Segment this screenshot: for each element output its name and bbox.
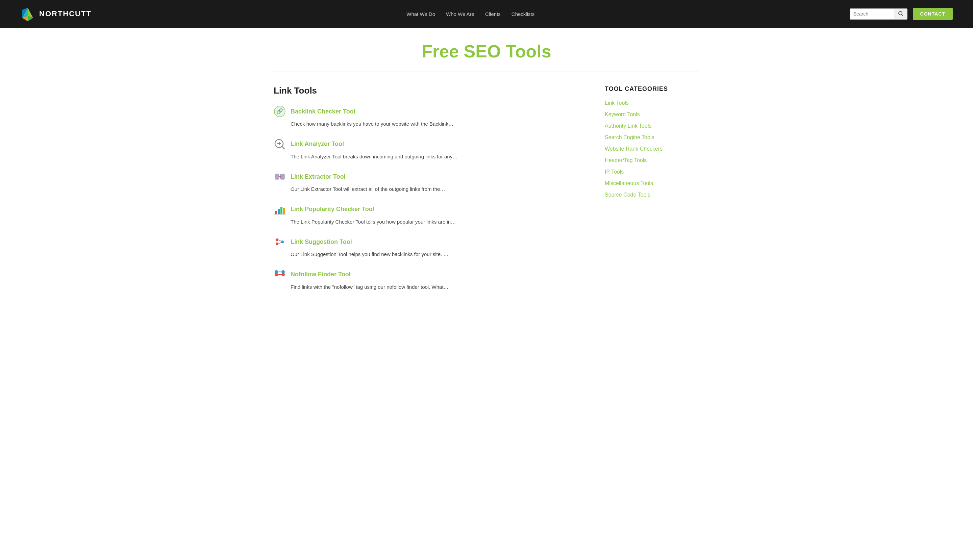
sidebar-title: TOOL CATEGORIES (605, 85, 699, 93)
tool-link-nofollow[interactable]: Nofollow Finder Tool (290, 271, 350, 278)
svg-rect-19 (283, 208, 285, 214)
sidebar-link-search-engine-tools[interactable]: Search Engine Tools (605, 135, 654, 140)
tool-icon-popularity (274, 203, 286, 215)
logo-icon (20, 7, 35, 21)
sidebar-categories: Link Tools Keyword Tools Authority Link … (605, 100, 699, 198)
sidebar-link-website-rank-checkers[interactable]: Website Rank Checkers (605, 146, 663, 152)
tool-link-analyzer[interactable]: Link Analyzer Tool (290, 140, 344, 148)
tool-item: Link Popularity Checker Tool The Link Po… (274, 203, 584, 226)
tool-link-extractor[interactable]: Link Extractor Tool (290, 173, 345, 180)
page-title: Free SEO Tools (274, 41, 699, 62)
logo-area[interactable]: NORTHCUTT (20, 7, 92, 21)
sidebar-link-miscellaneous-tools[interactable]: Miscellaneous Tools (605, 180, 653, 186)
nav-clients[interactable]: Clients (485, 11, 501, 17)
tool-item: Link Extractor Tool Our Link Extractor T… (274, 170, 584, 193)
tool-icon-extractor (274, 170, 286, 183)
svg-line-25 (279, 243, 281, 244)
sidebar-link-source-code-tools[interactable]: Source Code Tools (605, 192, 650, 198)
tool-link-backlink[interactable]: Backlink Checker Tool (290, 108, 355, 115)
tool-icon-nofollow (274, 268, 286, 281)
svg-rect-12 (275, 174, 279, 179)
sidebar-item: IP Tools (605, 169, 699, 175)
nav-what-we-do[interactable]: What We Do (406, 11, 435, 17)
svg-point-22 (276, 243, 279, 245)
svg-point-29 (275, 270, 278, 273)
tool-item: Nofollow Finder Tool Find links with the… (274, 268, 584, 291)
svg-line-9 (282, 147, 284, 149)
sidebar-item: Keyword Tools (605, 112, 699, 118)
nav-who-we-are[interactable]: Who We Are (446, 11, 474, 17)
svg-point-23 (281, 240, 284, 243)
svg-text:🔗: 🔗 (276, 108, 283, 115)
section-title: Link Tools (274, 85, 584, 96)
tool-desc-popularity: The Link Popularity Checker Tool tells y… (274, 218, 584, 226)
svg-point-30 (281, 270, 285, 273)
main-nav: What We Do Who We Are Clients Checklists (406, 11, 534, 17)
sidebar-item: Website Rank Checkers (605, 146, 699, 152)
sidebar-link-authority-link-tools[interactable]: Authority Link Tools (605, 123, 651, 129)
search-button[interactable] (894, 9, 907, 19)
contact-button[interactable]: CONTACT (913, 8, 953, 20)
tool-desc-backlink: Check how many backlinks you have to you… (274, 120, 584, 128)
sidebar-item: Link Tools (605, 100, 699, 106)
tool-link-popularity[interactable]: Link Popularity Checker Tool (290, 206, 374, 213)
sidebar-item: Search Engine Tools (605, 135, 699, 140)
svg-rect-18 (280, 207, 282, 214)
tool-desc-suggestion: Our Link Suggestion Tool helps you find … (274, 251, 584, 258)
tool-desc-nofollow: Find links with the "nofollow" tag using… (274, 283, 584, 291)
search-box (849, 8, 908, 20)
sidebar: TOOL CATEGORIES Link Tools Keyword Tools… (605, 85, 699, 301)
nav-checklists[interactable]: Checklists (511, 11, 534, 17)
sidebar-link-ip-tools[interactable]: IP Tools (605, 169, 624, 175)
search-input[interactable] (850, 9, 894, 18)
sidebar-item: Source Code Tools (605, 192, 699, 198)
sidebar-link-keyword-tools[interactable]: Keyword Tools (605, 112, 640, 117)
tool-item: 🔗 Backlink Checker Tool Check how many b… (274, 105, 584, 128)
svg-rect-17 (278, 209, 280, 214)
tool-icon-suggestion (274, 236, 286, 248)
main-content: Link Tools 🔗 Backlink Checker Tool Check… (274, 85, 584, 301)
svg-line-5 (902, 15, 903, 15)
tool-link-suggestion[interactable]: Link Suggestion Tool (290, 238, 352, 245)
sidebar-item: Header/Tag Tools (605, 157, 699, 163)
tool-desc-extractor: Our Link Extractor Tool will extract all… (274, 185, 584, 193)
sidebar-item: Miscellaneous Tools (605, 180, 699, 187)
tool-item: Link Analyzer Tool The Link Analyzer Too… (274, 138, 584, 161)
svg-rect-16 (275, 211, 277, 214)
svg-point-21 (276, 238, 279, 241)
tool-item: Link Suggestion Tool Our Link Suggestion… (274, 236, 584, 258)
section-divider (274, 72, 699, 72)
sidebar-link-link-tools[interactable]: Link Tools (605, 100, 629, 106)
sidebar-item: Authority Link Tools (605, 123, 699, 129)
tool-icon-analyzer (274, 138, 286, 150)
tool-icon-backlink: 🔗 (274, 105, 286, 118)
tool-desc-analyzer: The Link Analyzer Tool breaks down incom… (274, 153, 584, 161)
sidebar-link-header-tag-tools[interactable]: Header/Tag Tools (605, 157, 647, 163)
search-icon (898, 11, 903, 16)
svg-line-24 (279, 240, 281, 241)
logo-text: NORTHCUTT (39, 10, 92, 18)
